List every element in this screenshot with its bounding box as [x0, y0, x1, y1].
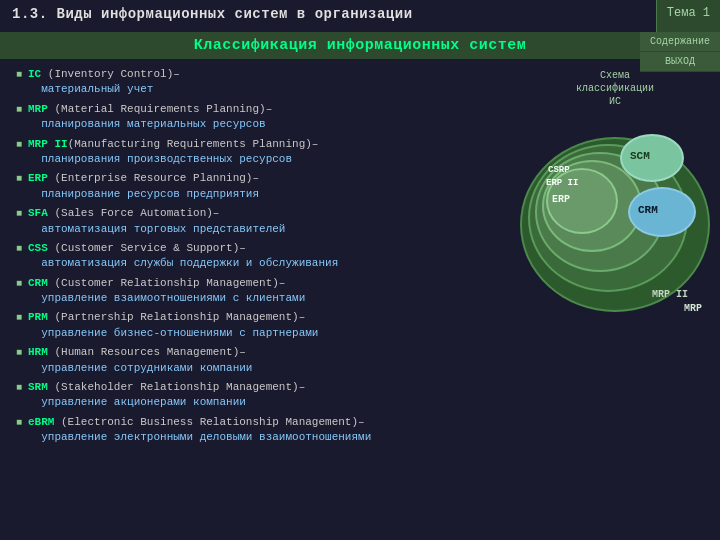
bullet-text: HRM (Human Resources Management)– управл…	[28, 345, 252, 376]
side-nav: Содержание ВЫХОД	[640, 32, 720, 72]
bullet-icon: ■	[16, 138, 22, 152]
main-content: ■ IC (Inventory Control)– материальный у…	[0, 59, 720, 537]
bullet-text: PRM (Partnership Relationship Management…	[28, 310, 318, 341]
list-item: ■ eBRM (Electronic Business Relationship…	[16, 415, 498, 446]
bullet-text: eBRM (Electronic Business Relationship M…	[28, 415, 371, 446]
bullet-text: CRM (Customer Relationship Management)– …	[28, 276, 305, 307]
desc: управление взаимоотношениями с клиентами	[28, 292, 305, 304]
full-text: (Partnership Relationship Management)–	[48, 311, 305, 323]
label-mrp: MRP	[684, 303, 702, 314]
abbr: SFA	[28, 207, 48, 219]
bullet-icon: ■	[16, 311, 22, 325]
bullet-icon: ■	[16, 103, 22, 117]
bullet-icon: ■	[16, 207, 22, 221]
bullet-text: IC (Inventory Control)– материальный уче…	[28, 67, 180, 98]
abbr: CRM	[28, 277, 48, 289]
bullet-text: CSS (Customer Service & Support)– автома…	[28, 241, 338, 272]
desc: материальный учет	[28, 83, 153, 95]
desc: автоматизация службы поддержки и обслужи…	[28, 257, 338, 269]
list-item: ■ ERP (Enterprise Resource Planning)– пл…	[16, 171, 498, 202]
list-item: ■ HRM (Human Resources Management)– упра…	[16, 345, 498, 376]
bullet-text: SRM (Stakeholder Relationship Management…	[28, 380, 305, 411]
bullet-icon: ■	[16, 242, 22, 256]
label-scm: SCM	[630, 150, 650, 162]
full-text: (Inventory Control)–	[41, 68, 180, 80]
list-item: ■ SFA (Sales Force Automation)– автомати…	[16, 206, 498, 237]
bullet-icon: ■	[16, 277, 22, 291]
desc: планирование ресурсов предприятия	[28, 188, 259, 200]
list-item: ■ MRP (Material Requirements Planning)– …	[16, 102, 498, 133]
list-item: ■ CSS (Customer Service & Support)– авто…	[16, 241, 498, 272]
content-left: ■ IC (Inventory Control)– материальный у…	[0, 59, 510, 537]
label-csrp: CSRP	[548, 165, 570, 175]
abbr: ERP	[28, 172, 48, 184]
list-item: ■ MRP II(Manufacturing Requirements Plan…	[16, 137, 498, 168]
sub-header: Классификация информационных систем	[0, 32, 720, 59]
abbr: MRP	[28, 103, 48, 115]
abbr: HRM	[28, 346, 48, 358]
list-item: ■ CRM (Customer Relationship Management)…	[16, 276, 498, 307]
full-text: (Human Resources Management)–	[48, 346, 246, 358]
bullet-text: ERP (Enterprise Resource Planning)– план…	[28, 171, 259, 202]
list-item: ■ IC (Inventory Control)– материальный у…	[16, 67, 498, 98]
bullet-icon: ■	[16, 172, 22, 186]
desc: планирования производственных ресурсов	[28, 153, 292, 165]
list-item: ■ SRM (Stakeholder Relationship Manageme…	[16, 380, 498, 411]
abbr: eBRM	[28, 416, 54, 428]
abbr: MRP II	[28, 138, 68, 150]
desc: планирования материальных ресурсов	[28, 118, 266, 130]
desc: управление бизнес-отношениями с партнера…	[28, 327, 318, 339]
bullet-text: MRP II(Manufacturing Requirements Planni…	[28, 137, 318, 168]
bullet-text: SFA (Sales Force Automation)– автоматиза…	[28, 206, 285, 237]
header-title: 1.3. Виды информационных систем в органи…	[0, 0, 656, 32]
full-text: (Enterprise Resource Planning)–	[48, 172, 259, 184]
abbr: CSS	[28, 242, 48, 254]
full-text: (Customer Relationship Management)–	[48, 277, 286, 289]
header: 1.3. Виды информационных систем в органи…	[0, 0, 720, 32]
tema-badge: Тема 1	[656, 0, 720, 32]
bullet-icon: ■	[16, 381, 22, 395]
bullet-icon: ■	[16, 416, 22, 430]
nav-contents[interactable]: Содержание	[640, 32, 720, 52]
bullet-icon: ■	[16, 346, 22, 360]
abbr: IC	[28, 68, 41, 80]
full-text: (Stakeholder Relationship Management)–	[48, 381, 305, 393]
full-text: (Electronic Business Relationship Manage…	[54, 416, 364, 428]
label-erp: ERP	[552, 194, 570, 205]
abbr: SRM	[28, 381, 48, 393]
desc: управление электронными деловыми взаимоо…	[28, 431, 371, 443]
schema-label: СхемаклассификацииИС	[576, 69, 654, 108]
full-text: (Customer Service & Support)–	[48, 242, 246, 254]
full-text: (Manufacturing Requirements Planning)–	[68, 138, 319, 150]
full-text: (Sales Force Automation)–	[48, 207, 220, 219]
bullet-icon: ■	[16, 68, 22, 82]
full-text: (Material Requirements Planning)–	[48, 103, 272, 115]
abbr: PRM	[28, 311, 48, 323]
diagram: MRP MRP II ERP CSRP ERP II SCM CRM	[520, 122, 710, 322]
label-mrp2: MRP II	[652, 289, 688, 300]
desc: управление сотрудниками компании	[28, 362, 252, 374]
desc: управление акционерами компании	[28, 396, 246, 408]
list-item: ■ PRM (Partnership Relationship Manageme…	[16, 310, 498, 341]
nav-exit[interactable]: ВЫХОД	[640, 52, 720, 72]
content-right: СхемаклассификацииИС MRP MRP II ERP CSRP…	[510, 59, 720, 537]
label-erp2: ERP II	[546, 178, 578, 188]
label-crm: CRM	[638, 204, 658, 216]
bullet-text: MRP (Material Requirements Planning)– пл…	[28, 102, 272, 133]
desc: автоматизация торговых представителей	[28, 223, 285, 235]
